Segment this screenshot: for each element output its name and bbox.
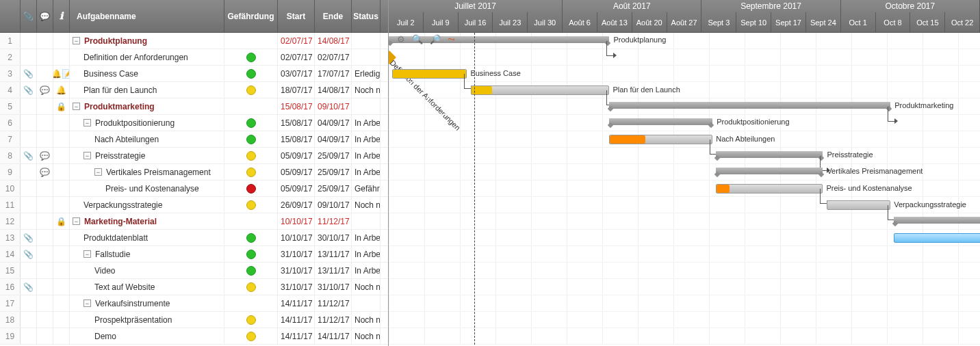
- cell-attachment[interactable]: [21, 197, 37, 213]
- week-cell[interactable]: Août 20: [632, 12, 667, 33]
- week-cell[interactable]: Oct 15: [910, 12, 945, 33]
- gantt-bar[interactable]: Preis- und Kostenanalyse: [716, 184, 823, 194]
- cell-comment[interactable]: 💬: [37, 164, 53, 180]
- cell-info[interactable]: [53, 148, 70, 163]
- col-risk[interactable]: Gefährdung: [224, 0, 278, 32]
- cell-start[interactable]: 18/07/17: [278, 82, 315, 98]
- gantt-milestone[interactable]: Definition der Anforderungen: [389, 51, 396, 64]
- table-row[interactable]: 5🔒−Produktmarketing15/08/1709/10/17: [0, 98, 388, 115]
- cell-start[interactable]: 14/11/17: [278, 328, 315, 344]
- cell-attachment[interactable]: [21, 98, 37, 114]
- cell-status[interactable]: Erledigt: [352, 66, 381, 81]
- col-info[interactable]: ℹ: [53, 0, 70, 32]
- week-cell[interactable]: Août 27: [667, 12, 702, 33]
- cell-comment[interactable]: [37, 49, 53, 65]
- cell-info[interactable]: [53, 164, 70, 180]
- cell-attachment[interactable]: 📎: [21, 246, 37, 262]
- cell-start[interactable]: 03/07/17: [278, 66, 315, 81]
- cell-end[interactable]: 13/11/17: [315, 263, 352, 278]
- gantt-row[interactable]: Produktplanung: [389, 33, 980, 49]
- gantt-row[interactable]: Preis- und Kostenanalyse: [389, 181, 980, 197]
- cell-end[interactable]: 11/12/17: [315, 312, 352, 328]
- week-cell[interactable]: Oct 1: [841, 12, 876, 33]
- cell-attachment[interactable]: 📎: [21, 230, 37, 245]
- cell-info[interactable]: [53, 263, 70, 278]
- cell-attachment[interactable]: 📎: [21, 82, 37, 98]
- gantt-row[interactable]: Produktmarketing: [389, 98, 980, 115]
- settings-icon[interactable]: ⚙: [397, 34, 405, 44]
- cell-comment[interactable]: [37, 66, 53, 81]
- month-cell[interactable]: Juillet 2017: [389, 0, 563, 12]
- week-cell[interactable]: Juil 30: [528, 12, 563, 33]
- gantt-bar[interactable]: Produktmarketing: [609, 102, 890, 109]
- gantt-row[interactable]: [389, 328, 980, 345]
- cell-status[interactable]: Noch nicht begonnen: [352, 312, 381, 328]
- cell-task-name[interactable]: Verpackungsstrategie: [70, 197, 224, 213]
- cell-end[interactable]: 11/12/17: [315, 295, 352, 311]
- week-cell[interactable]: Oct 8: [876, 12, 911, 33]
- table-row[interactable]: 15Video31/10/1713/11/17In Arbeit: [0, 263, 388, 279]
- cell-start[interactable]: 05/09/17: [278, 164, 315, 180]
- week-cell[interactable]: Juil 16: [459, 12, 493, 33]
- cell-end[interactable]: 09/10/17: [315, 197, 352, 213]
- cell-info[interactable]: 🔒: [53, 213, 70, 229]
- cell-end[interactable]: 25/09/17: [315, 148, 352, 163]
- gantt-row[interactable]: [389, 279, 980, 295]
- cell-risk[interactable]: [224, 98, 278, 114]
- cell-info[interactable]: [53, 115, 70, 131]
- cell-end[interactable]: 11/12/17: [315, 213, 352, 229]
- gantt-bar[interactable]: Nach Abteilungen: [609, 135, 712, 144]
- cell-risk[interactable]: [224, 230, 278, 245]
- table-row[interactable]: 14📎−Fallstudie31/10/1713/11/17In Arbeit: [0, 246, 388, 263]
- week-cell[interactable]: Juil 23: [493, 12, 528, 33]
- cell-comment[interactable]: [37, 213, 53, 229]
- cell-end[interactable]: 02/07/17: [315, 49, 352, 65]
- cell-end[interactable]: 14/08/17: [315, 82, 352, 98]
- table-row[interactable]: 1−Produktplanung02/07/1714/08/17: [0, 33, 388, 49]
- gantt-bar[interactable]: Business Case: [392, 69, 467, 79]
- cell-comment[interactable]: [37, 328, 53, 344]
- toggle-icon[interactable]: −: [83, 152, 91, 159]
- toggle-icon[interactable]: −: [73, 217, 80, 225]
- cell-start[interactable]: 05/09/17: [278, 181, 315, 196]
- cell-comment[interactable]: [37, 181, 53, 196]
- table-row[interactable]: 12🔒−Marketing-Material10/10/1711/12/17: [0, 213, 388, 230]
- gantt-row[interactable]: Preisstrategie: [389, 148, 980, 164]
- cell-task-name[interactable]: Plan für den Launch: [70, 82, 224, 98]
- cell-comment[interactable]: [37, 197, 53, 213]
- cell-attachment[interactable]: 📎: [21, 148, 37, 163]
- cell-attachment[interactable]: [21, 295, 37, 311]
- gantt-bar[interactable]: [894, 217, 980, 224]
- zoom-in-icon[interactable]: 🔎: [430, 34, 441, 44]
- cell-info[interactable]: [53, 230, 70, 245]
- gantt-bar[interactable]: Preisstrategie: [716, 151, 823, 158]
- cell-info[interactable]: [53, 312, 70, 328]
- cell-comment[interactable]: [37, 279, 53, 295]
- critical-path-icon[interactable]: ⤳: [448, 34, 455, 44]
- cell-info[interactable]: [53, 328, 70, 344]
- col-attachment[interactable]: 📎: [21, 0, 37, 32]
- table-row[interactable]: 7Nach Abteilungen15/08/1704/09/17In Arbe…: [0, 131, 388, 148]
- cell-status[interactable]: In Arbeit: [352, 246, 381, 262]
- cell-end[interactable]: 13/11/17: [315, 246, 352, 262]
- cell-end[interactable]: 04/09/17: [315, 131, 352, 147]
- cell-comment[interactable]: [37, 115, 53, 131]
- gantt-row[interactable]: Plan für den Launch: [389, 82, 980, 98]
- cell-info[interactable]: [53, 295, 70, 311]
- cell-attachment[interactable]: [21, 49, 37, 65]
- cell-end[interactable]: 31/10/17: [315, 279, 352, 295]
- cell-status[interactable]: Noch nicht begonnen: [352, 197, 381, 213]
- toggle-icon[interactable]: −: [94, 168, 102, 176]
- cell-info[interactable]: 🔔📝: [53, 66, 70, 81]
- cell-comment[interactable]: [37, 230, 53, 245]
- cell-info[interactable]: [53, 181, 70, 196]
- cell-info[interactable]: 🔔: [53, 82, 70, 98]
- gantt-row[interactable]: [389, 230, 980, 246]
- cell-end[interactable]: 04/09/17: [315, 115, 352, 131]
- toggle-icon[interactable]: −: [73, 103, 80, 110]
- col-comment[interactable]: 💬: [37, 0, 53, 32]
- gantt-row[interactable]: Business Case: [389, 66, 980, 82]
- week-cell[interactable]: Sept 17: [771, 12, 806, 33]
- cell-risk[interactable]: [224, 328, 278, 344]
- cell-start[interactable]: 02/07/17: [278, 49, 315, 65]
